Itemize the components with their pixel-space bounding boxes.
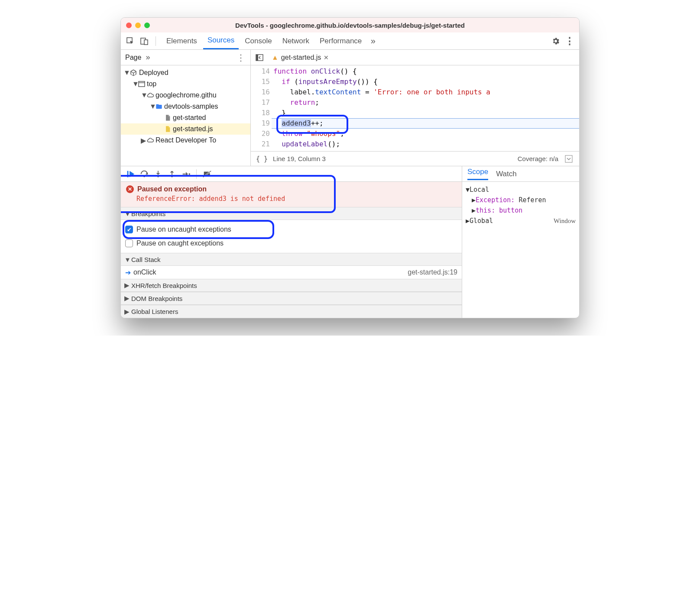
paused-error-text: ReferenceError: addend3 is not defined <box>136 195 457 203</box>
scope-global[interactable]: ▶Global Window <box>466 216 576 226</box>
pretty-print-icon[interactable]: { } <box>256 155 268 163</box>
scope-exception[interactable]: ▶Exception: Referen <box>466 195 576 205</box>
main-toolbar: Elements Sources Console Network Perform… <box>121 32 579 50</box>
expand-icon: ▼ <box>141 91 145 99</box>
coverage-dropdown-icon[interactable] <box>564 154 574 164</box>
traffic-lights <box>126 23 150 28</box>
deactivate-breakpoints-icon[interactable] <box>201 168 213 180</box>
folder-icon <box>156 103 162 110</box>
expand-icon: ▼ <box>132 80 136 88</box>
scope-local[interactable]: ▼Local <box>466 184 576 195</box>
tree-node-react[interactable]: ▶ React Developer To <box>121 135 250 146</box>
tree-node-origin[interactable]: ▼ googlechrome.githu <box>121 90 250 101</box>
tree-node-file-html[interactable]: get-started <box>121 112 250 123</box>
tab-performance[interactable]: Performance <box>315 33 366 49</box>
step-into-icon[interactable] <box>152 168 164 180</box>
step-over-icon[interactable] <box>138 168 150 180</box>
editor-pane: ▲ get-started.js ✕ 14 15 16 17 18 19 20 <box>251 50 579 166</box>
tree-node-file-js[interactable]: get-started.js <box>121 123 250 135</box>
more-tabs-icon[interactable]: » <box>368 36 378 46</box>
xhr-breakpoints-header[interactable]: ▶ XHR/fetch Breakpoints <box>121 279 462 292</box>
cloud-icon <box>147 137 154 144</box>
global-listeners-header[interactable]: ▶ Global Listeners <box>121 305 462 318</box>
toolbar-divider <box>156 36 156 46</box>
error-circle-icon: ✕ <box>126 185 134 193</box>
editor-statusbar: { } Line 19, Column 3 Coverage: n/a <box>251 151 579 166</box>
svg-rect-6 <box>256 55 258 61</box>
svg-point-11 <box>171 176 172 177</box>
debugger-toolbar <box>121 166 462 182</box>
warning-icon: ▲ <box>272 54 279 61</box>
svg-rect-7 <box>565 155 572 162</box>
window-title: DevTools - googlechrome.github.io/devtoo… <box>121 22 579 29</box>
pause-on-caught-checkbox[interactable]: Pause on caught exceptions <box>125 236 457 250</box>
callstack-frame[interactable]: ➔ onClick get-started.js:19 <box>121 266 462 279</box>
tree-node-deployed[interactable]: ▼ Deployed <box>121 67 250 78</box>
pause-on-uncaught-checkbox[interactable]: ✔ Pause on uncaught exceptions <box>125 223 457 236</box>
tab-sources[interactable]: Sources <box>203 32 239 49</box>
debugger-pane: ✕ Paused on exception ReferenceError: ad… <box>121 166 462 318</box>
zoom-window-button[interactable] <box>144 23 150 28</box>
devtools-window: DevTools - googlechrome.github.io/devtoo… <box>120 17 580 318</box>
tab-elements[interactable]: Elements <box>162 33 201 49</box>
step-out-icon[interactable] <box>166 168 178 180</box>
expand-icon: ▼ <box>124 256 129 263</box>
tab-scope[interactable]: Scope <box>467 168 488 180</box>
tab-console[interactable]: Console <box>240 33 276 49</box>
toggle-navigator-icon[interactable] <box>254 52 265 63</box>
expand-icon: ▼ <box>123 69 128 77</box>
tab-network[interactable]: Network <box>278 33 314 49</box>
cloud-icon <box>147 92 154 99</box>
svg-point-12 <box>188 173 190 175</box>
navigator-tab-page[interactable]: Page <box>125 54 141 61</box>
kebab-menu-icon[interactable]: ⋮ <box>564 36 575 46</box>
svg-rect-3 <box>139 81 145 87</box>
deployed-cube-icon <box>130 69 137 77</box>
cursor-position: Line 19, Column 3 <box>273 155 326 162</box>
tree-node-top[interactable]: ▼ top <box>121 78 250 90</box>
breakpoints-section-header[interactable]: ▼ Breakpoints <box>121 207 462 220</box>
svg-rect-8 <box>127 171 129 177</box>
collapse-icon: ▶ <box>124 294 129 302</box>
current-line-highlight <box>272 118 579 129</box>
tree-node-folder[interactable]: ▼ devtools-samples <box>121 101 250 112</box>
code-editor[interactable]: 14 15 16 17 18 19 20 21 function onClick… <box>251 65 579 151</box>
navigator-kebab-icon[interactable]: ⋮ <box>236 52 246 63</box>
js-file-icon <box>164 126 171 132</box>
file-tree: ▼ Deployed ▼ top ▼ googlechrome.githu <box>121 65 250 148</box>
document-icon <box>164 114 171 121</box>
editor-tabs: ▲ get-started.js ✕ <box>251 50 579 65</box>
svg-point-9 <box>143 175 145 177</box>
collapse-icon: ▶ <box>141 136 145 145</box>
code-source: function onClick() { if (inputsAreEmpty(… <box>273 66 579 149</box>
navigator-pane: Page » ⋮ ▼ Deployed ▼ top <box>121 50 251 166</box>
coverage-status: Coverage: n/a <box>518 155 558 162</box>
frame-icon <box>138 81 145 87</box>
editor-tab-get-started[interactable]: ▲ get-started.js ✕ <box>268 52 332 63</box>
collapse-icon: ▶ <box>124 281 129 289</box>
frame-location: get-started.js:19 <box>408 268 457 276</box>
paused-title: Paused on exception <box>137 185 207 193</box>
tab-watch[interactable]: Watch <box>496 170 517 178</box>
window-titlebar: DevTools - googlechrome.github.io/devtoo… <box>121 18 579 32</box>
collapse-icon: ▶ <box>124 308 129 316</box>
inspect-element-icon[interactable] <box>125 36 136 46</box>
minimize-window-button[interactable] <box>135 23 141 28</box>
navigator-more-tabs-icon[interactable]: » <box>146 53 150 62</box>
close-tab-icon[interactable]: ✕ <box>324 54 329 61</box>
close-window-button[interactable] <box>126 23 132 28</box>
resume-button-icon[interactable] <box>124 168 136 180</box>
line-gutter: 14 15 16 17 18 19 20 21 <box>251 66 273 149</box>
panel-tabs: Elements Sources Console Network Perform… <box>162 32 378 49</box>
scope-pane: Scope Watch ▼Local ▶Exception: Referen ▶… <box>462 166 579 318</box>
callstack-section-header[interactable]: ▼ Call Stack <box>121 253 462 266</box>
step-icon[interactable] <box>180 168 192 180</box>
checkbox-checked-icon: ✔ <box>125 226 133 233</box>
paused-message: ✕ Paused on exception ReferenceError: ad… <box>121 182 462 207</box>
device-toolbar-icon[interactable] <box>139 36 149 46</box>
settings-gear-icon[interactable] <box>551 36 561 46</box>
checkbox-unchecked-icon <box>125 239 133 247</box>
expand-icon: ▼ <box>149 103 154 110</box>
scope-this[interactable]: ▶this: button <box>466 205 576 216</box>
dom-breakpoints-header[interactable]: ▶ DOM Breakpoints <box>121 292 462 305</box>
